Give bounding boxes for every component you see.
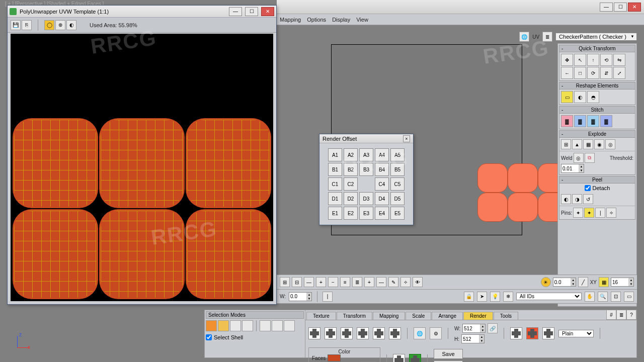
render-offset-cell[interactable]: B4: [375, 163, 389, 176]
polyunwrapper-window[interactable]: PolyUnwrapper UVW Template (1:1) — ☐ ✕ 💾…: [7, 5, 277, 305]
render-offset-cell[interactable]: B5: [390, 163, 405, 176]
align-tl-icon[interactable]: ↖: [574, 54, 586, 66]
zero-spinner[interactable]: ▲▼: [553, 278, 576, 287]
render-preset2-icon[interactable]: [325, 327, 337, 339]
weld-target-icon[interactable]: ◎: [574, 153, 584, 163]
render-gear-icon[interactable]: ⚙: [430, 327, 442, 339]
pin3-icon[interactable]: |: [595, 208, 605, 218]
threshold-field[interactable]: [561, 165, 579, 172]
poly-minimize[interactable]: —: [229, 7, 242, 16]
render-preset4-icon[interactable]: [357, 327, 369, 339]
render-preset1-icon[interactable]: [308, 327, 320, 339]
poly-maximize[interactable]: ☐: [245, 7, 258, 16]
render-offset-cell[interactable]: D5: [390, 192, 405, 205]
render-offset-cell[interactable]: A4: [375, 148, 389, 161]
selmode-btn6[interactable]: [272, 320, 283, 331]
tb1-btn7[interactable]: ≣: [352, 277, 362, 287]
grid-yellow-icon[interactable]: ▦: [599, 277, 609, 287]
tb1-btn1[interactable]: ⊞: [280, 277, 290, 287]
uv-cluster[interactable]: [477, 193, 508, 222]
align-l-icon[interactable]: ←: [561, 67, 573, 79]
uv-shell[interactable]: [186, 209, 271, 299]
uv-shell[interactable]: [186, 118, 271, 208]
render-offset-cell[interactable]: C5: [390, 177, 405, 191]
lock-icon[interactable]: 🔒: [464, 292, 474, 302]
selmode-edge-icon[interactable]: [218, 320, 229, 331]
rotate-ccw-icon[interactable]: ⟲: [600, 54, 612, 66]
sixteen-spinner[interactable]: ▲▼: [611, 278, 634, 287]
plain-dropdown[interactable]: Plain: [558, 330, 594, 337]
poly-contrast-icon[interactable]: ◐: [66, 20, 76, 30]
panel-explode[interactable]: Explode: [559, 131, 635, 138]
hand-icon[interactable]: ✋: [585, 292, 595, 302]
render-offset-cell[interactable]: C2: [344, 177, 358, 191]
render-offset-cell[interactable]: A3: [359, 148, 373, 161]
panel-menu-icon[interactable]: #: [606, 310, 616, 320]
flip-h-icon[interactable]: ⇋: [613, 54, 625, 66]
fit-icon[interactable]: ⤢: [613, 67, 625, 79]
render-offset-cell[interactable]: E5: [390, 207, 405, 220]
selmode-btn5[interactable]: [260, 320, 271, 331]
render-offset-cell[interactable]: D4: [375, 192, 389, 205]
zoomfit-icon[interactable]: ⊡: [611, 292, 621, 302]
peel-reset-icon[interactable]: ↺: [583, 194, 593, 204]
zoom-icon[interactable]: 🔍: [598, 292, 608, 302]
tile-a-icon[interactable]: [510, 327, 522, 339]
peel2-icon[interactable]: ◑: [572, 194, 582, 204]
stitch3-icon[interactable]: ▓: [587, 115, 599, 127]
render-offset-cell[interactable]: C1: [328, 177, 342, 191]
selmode-element-icon[interactable]: [242, 320, 253, 331]
tab-mapping[interactable]: Mapping: [373, 312, 405, 320]
selmode-face-icon[interactable]: [230, 320, 241, 331]
close-button[interactable]: ✕: [628, 3, 641, 12]
tb1-btn8[interactable]: +: [364, 277, 374, 287]
pin1-icon[interactable]: ✦: [573, 208, 583, 218]
render-offset-cell[interactable]: B2: [344, 163, 358, 176]
selmode-vertex-icon[interactable]: [206, 320, 217, 331]
poly-close[interactable]: ✕: [261, 7, 274, 16]
panel-quick-transform[interactable]: Quick Transform: [559, 45, 635, 52]
menu-mapping[interactable]: Mapping: [280, 17, 301, 23]
uv-shell[interactable]: [13, 118, 98, 208]
panel-help-icon[interactable]: ?: [626, 310, 636, 320]
threshold-spinner[interactable]: ▲▼: [561, 164, 584, 173]
brush-icon[interactable]: ✎: [388, 277, 398, 287]
green-grid-icon[interactable]: [409, 354, 421, 363]
polyunwrapper-canvas[interactable]: [11, 34, 273, 301]
menu-options[interactable]: Options: [307, 17, 326, 23]
render-offset-cell[interactable]: E2: [344, 207, 358, 220]
center-icon[interactable]: □: [574, 67, 586, 79]
render-offset-cell[interactable]: C4: [375, 177, 389, 191]
tab-scale[interactable]: Scale: [406, 312, 431, 320]
render-offset-cell[interactable]: A2: [344, 148, 358, 161]
polyunwrapper-titlebar[interactable]: PolyUnwrapper UVW Template (1:1) — ☐ ✕: [8, 6, 276, 18]
stitch1-icon[interactable]: ▓: [561, 115, 573, 127]
allids-dropdown[interactable]: All IDs: [516, 293, 582, 300]
poly-save-icon[interactable]: 💾: [11, 20, 21, 30]
weld-selected-icon[interactable]: ⧉: [585, 153, 595, 163]
render-offset-cell[interactable]: D2: [344, 192, 358, 205]
poly-copy-icon[interactable]: ⎘: [22, 20, 32, 30]
bulb-icon[interactable]: 💡: [490, 292, 500, 302]
menu-view[interactable]: View: [356, 17, 368, 23]
detach-checkbox[interactable]: Detach: [585, 185, 610, 191]
tb1-btn3[interactable]: —: [304, 277, 314, 287]
render-offset-cell[interactable]: A1: [328, 148, 342, 161]
tb1-btn4[interactable]: +: [316, 277, 326, 287]
uv-shell[interactable]: [13, 209, 98, 299]
tb1-btn2[interactable]: ⊟: [292, 277, 302, 287]
poly-circle1-icon[interactable]: ◯: [44, 20, 54, 30]
tb1-btn5[interactable]: −: [328, 277, 338, 287]
uv-shell[interactable]: [99, 118, 185, 208]
render-preset5-icon[interactable]: [373, 327, 385, 339]
render-h-spinner[interactable]: ▲▼: [461, 334, 485, 343]
xy-label[interactable]: XY: [590, 280, 597, 285]
tile-c-icon[interactable]: [542, 327, 554, 339]
relax-icon[interactable]: ◐: [574, 91, 586, 103]
poly-circle2-icon[interactable]: ⊕: [55, 20, 65, 30]
list-icon[interactable]: ≣: [542, 32, 552, 42]
zoomregion-icon[interactable]: ▭: [624, 292, 634, 302]
tile-b-icon[interactable]: [526, 327, 538, 339]
pin2-icon[interactable]: ✦: [584, 208, 594, 218]
faces-color-swatch[interactable]: [328, 354, 341, 361]
